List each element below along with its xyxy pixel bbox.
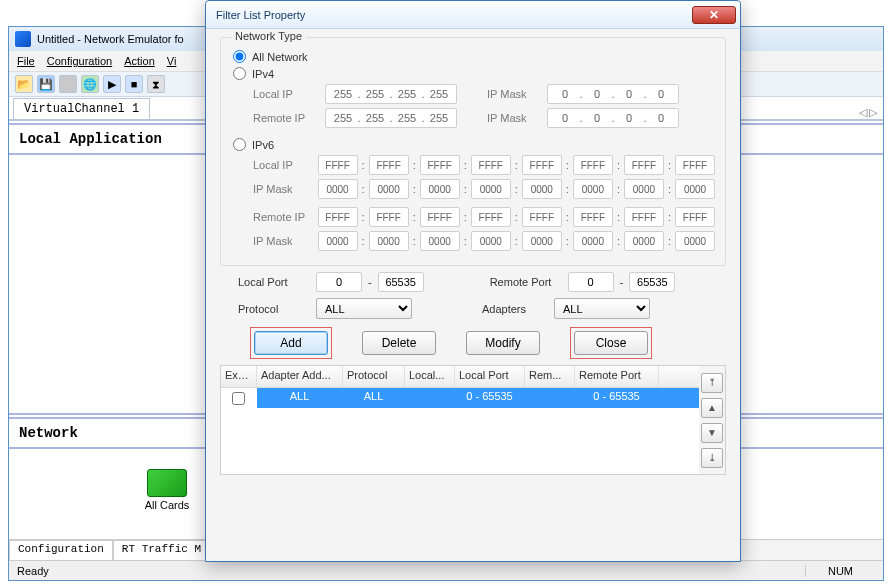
radio-all-network-input[interactable]: [233, 50, 246, 63]
delete-button[interactable]: Delete: [362, 331, 436, 355]
tab-configuration[interactable]: Configuration: [9, 540, 113, 561]
ipv6-hex[interactable]: [471, 207, 511, 227]
ipv6-mask-hex[interactable]: [471, 231, 511, 251]
ipv6-hex[interactable]: [318, 207, 358, 227]
add-button[interactable]: Add: [254, 331, 328, 355]
tab-nav: ◁ ▷: [859, 104, 883, 119]
protocol-select[interactable]: ALL: [316, 298, 412, 319]
ipv6-fields: Local IP : : : : : : : IP Mask : : : : :: [253, 155, 715, 251]
ipv4-local-mask-input[interactable]: 0. 0. 0. 0: [547, 84, 679, 104]
protocol-label: Protocol: [238, 303, 316, 315]
th-local-port[interactable]: Local Port: [455, 366, 525, 387]
ipv6-hex[interactable]: [573, 155, 613, 175]
ipv6-mask-hex[interactable]: [369, 231, 409, 251]
ipv6-mask-hex[interactable]: [471, 179, 511, 199]
local-port-label: Local Port: [238, 276, 316, 288]
radio-ipv4-input[interactable]: [233, 67, 246, 80]
modify-button[interactable]: Modify: [466, 331, 540, 355]
table-side-buttons: ⤒ ▲ ▼ ⤓: [699, 366, 725, 474]
ipv6-mask-hex[interactable]: [573, 179, 613, 199]
ipv6-mask-hex[interactable]: [318, 231, 358, 251]
remote-port-max[interactable]: [629, 272, 675, 292]
ipv6-hex[interactable]: [318, 155, 358, 175]
dialog-body: Network Type All Network IPv4 Local IP 2…: [206, 29, 740, 483]
ipv6-hex[interactable]: [624, 207, 664, 227]
toolbar-open-icon[interactable]: 📂: [15, 75, 33, 93]
ipv6-remote-mask-label: IP Mask: [253, 235, 314, 247]
tab-rt-traffic[interactable]: RT Traffic M: [113, 540, 210, 561]
ipv6-mask-hex[interactable]: [522, 231, 562, 251]
menu-file[interactable]: File: [17, 55, 35, 67]
move-top-button[interactable]: ⤒: [701, 373, 723, 393]
ipv6-hex[interactable]: [573, 207, 613, 227]
ipv6-mask-hex[interactable]: [624, 179, 664, 199]
th-excl[interactable]: Excl...: [221, 366, 257, 387]
toolbar-save-icon[interactable]: 💾: [37, 75, 55, 93]
tab-prev-icon[interactable]: ◁: [859, 106, 867, 119]
move-up-button[interactable]: ▲: [701, 398, 723, 418]
th-protocol[interactable]: Protocol: [343, 366, 405, 387]
th-remote-port[interactable]: Remote Port: [575, 366, 659, 387]
ipv6-hex[interactable]: [675, 155, 715, 175]
ipv6-mask-hex[interactable]: [675, 179, 715, 199]
ipv4-local-ip-input[interactable]: 255. 255. 255. 255: [325, 84, 457, 104]
menu-view[interactable]: Vi: [167, 55, 177, 67]
all-cards-item[interactable]: [147, 469, 187, 503]
menu-configuration[interactable]: Configuration: [47, 55, 112, 67]
tab-next-icon[interactable]: ▷: [869, 106, 877, 119]
ipv6-hex[interactable]: [369, 207, 409, 227]
radio-ipv6[interactable]: IPv6: [233, 138, 715, 151]
ipv6-hex[interactable]: [522, 155, 562, 175]
ipv6-mask-hex[interactable]: [675, 231, 715, 251]
tab-virtualchannel-1[interactable]: VirtualChannel 1: [13, 98, 150, 119]
menu-action[interactable]: Action: [124, 55, 155, 67]
radio-all-network-label: All Network: [252, 51, 308, 63]
toolbar-play-icon[interactable]: ▶: [103, 75, 121, 93]
ipv6-hex[interactable]: [420, 155, 460, 175]
ipv6-hex[interactable]: [675, 207, 715, 227]
th-local[interactable]: Local...: [405, 366, 455, 387]
ipv6-mask-hex[interactable]: [573, 231, 613, 251]
move-bottom-button[interactable]: ⤓: [701, 448, 723, 468]
ipv4-remote-mask-label: IP Mask: [487, 112, 537, 124]
ipv4-remote-mask-input[interactable]: 0. 0. 0. 0: [547, 108, 679, 128]
table-row[interactable]: ALL ALL 0 - 65535 0 - 65535: [221, 388, 699, 408]
ipv6-mask-hex[interactable]: [318, 179, 358, 199]
radio-ipv6-input[interactable]: [233, 138, 246, 151]
radio-ipv6-label: IPv6: [252, 139, 274, 151]
filter-list-dialog: Filter List Property ✕ Network Type All …: [205, 0, 741, 562]
radio-ipv4[interactable]: IPv4: [233, 67, 715, 80]
row-exclude-checkbox[interactable]: [232, 392, 245, 405]
ipv6-hex[interactable]: [420, 207, 460, 227]
toolbar-stop-icon[interactable]: ■: [125, 75, 143, 93]
ipv6-mask-hex[interactable]: [624, 231, 664, 251]
network-card-icon: [147, 469, 187, 497]
ipv6-mask-hex[interactable]: [420, 179, 460, 199]
th-adapter[interactable]: Adapter Add...: [257, 366, 343, 387]
move-down-button[interactable]: ▼: [701, 423, 723, 443]
ipv6-mask-hex[interactable]: [369, 179, 409, 199]
dialog-close-button[interactable]: ✕: [692, 6, 736, 24]
toolbar-hourglass-icon[interactable]: ⧗: [147, 75, 165, 93]
ipv6-hex[interactable]: [471, 155, 511, 175]
status-ready: Ready: [17, 565, 49, 577]
cell-protocol: ALL: [343, 388, 405, 408]
adapters-select[interactable]: ALL: [554, 298, 650, 319]
ipv6-mask-hex[interactable]: [522, 179, 562, 199]
ipv4-local-mask-label: IP Mask: [487, 88, 537, 100]
ipv6-hex[interactable]: [369, 155, 409, 175]
ipv6-hex[interactable]: [624, 155, 664, 175]
ipv4-local-ip-label: Local IP: [253, 88, 315, 100]
ipv6-mask-hex[interactable]: [420, 231, 460, 251]
remote-port-min[interactable]: [568, 272, 614, 292]
th-rem[interactable]: Rem...: [525, 366, 575, 387]
local-port-min[interactable]: [316, 272, 362, 292]
port-row: Local Port - Remote Port -: [238, 272, 726, 292]
toolbar-globe-icon[interactable]: 🌐: [81, 75, 99, 93]
local-port-max[interactable]: [378, 272, 424, 292]
ipv6-local-mask-row: IP Mask : : : : : : :: [253, 179, 715, 199]
close-button[interactable]: Close: [574, 331, 648, 355]
ipv6-hex[interactable]: [522, 207, 562, 227]
ipv4-remote-ip-input[interactable]: 255. 255. 255. 255: [325, 108, 457, 128]
radio-all-network[interactable]: All Network: [233, 50, 715, 63]
